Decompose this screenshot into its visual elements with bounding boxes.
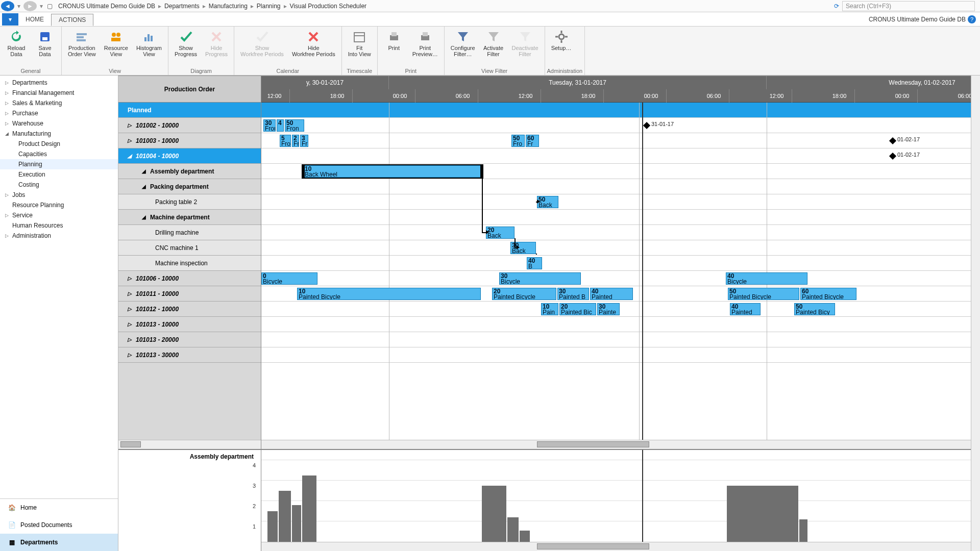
gantt-row-2[interactable]: ▷101003 - 10000	[118, 133, 261, 148]
task-bar[interactable]: 40Painted	[730, 303, 761, 315]
vertical-scrollbar[interactable]	[971, 76, 980, 551]
task-bar[interactable]: 2Fr	[292, 135, 299, 147]
nav-fwd-dd[interactable]: ▾	[38, 3, 45, 10]
task-bar[interactable]: 60Fr	[526, 135, 539, 147]
gantt-row-13[interactable]: ▷101012 - 10000	[118, 302, 261, 317]
histogram-view-button[interactable]: HistogramView	[132, 28, 166, 68]
gantt-row-8[interactable]: Drilling machine	[118, 225, 261, 240]
crumb-vps[interactable]: Visual Production Scheduler	[290, 3, 367, 10]
app-menu-button[interactable]: ▾	[2, 13, 18, 26]
task-bar[interactable]: 50Fron	[285, 119, 304, 132]
day-header: Tuesday, 31-01-2017	[389, 76, 767, 89]
reload-data-button[interactable]: ReloadData	[2, 28, 31, 68]
gantt-row-3[interactable]: ◢101004 - 10000	[118, 148, 261, 164]
task-bar[interactable]: 40Bicycle	[726, 272, 807, 285]
nav-administration[interactable]: ▷Administration	[0, 231, 118, 241]
nav-product-design[interactable]: Product Design	[0, 139, 118, 149]
gantt-row-5[interactable]: ◢Packing department	[118, 179, 261, 194]
task-bar[interactable]: 40B	[527, 257, 542, 269]
nav-costing[interactable]: Costing	[0, 180, 118, 190]
nav-financial-management[interactable]: ▷Financial Management	[0, 88, 118, 98]
gantt-row-10[interactable]: Machine inspection	[118, 256, 261, 271]
configure-filter-button[interactable]: ConfigureFilter…	[447, 28, 479, 68]
gantt-row-12[interactable]: ▷101011 - 10000	[118, 286, 261, 302]
resource-view-button[interactable]: ResourceView	[100, 28, 132, 68]
task-bar[interactable]: 20Painted Bic	[559, 303, 596, 315]
task-bar[interactable]: 0Bicycle	[261, 272, 317, 285]
gantt-row-0[interactable]: Planned	[118, 103, 261, 118]
nav-fwd-button[interactable]: ►	[23, 1, 37, 11]
task-bar[interactable]: 50Painted Bicy	[794, 303, 835, 315]
task-bar[interactable]: 20Painted Bicycle	[492, 288, 556, 300]
nav-execution[interactable]: Execution	[0, 169, 118, 180]
crumb-plan[interactable]: Planning	[257, 3, 281, 10]
task-bar[interactable]: 50Fro	[511, 135, 525, 147]
task-bar[interactable]: 10Painted Bicycle	[297, 288, 481, 300]
hide-workfree-button[interactable]: HideWorkfree Periods	[288, 28, 339, 68]
gantt-row-16[interactable]: ▷101013 - 30000	[118, 347, 261, 363]
resize-handle-left[interactable]	[302, 164, 305, 179]
hide-progress-button[interactable]: HideProgress	[201, 28, 232, 68]
nav-sales-marketing[interactable]: ▷Sales & Marketing	[0, 98, 118, 108]
nav-capacities[interactable]: Capacities	[0, 149, 118, 159]
gantt-row-9[interactable]: CNC machine 1	[118, 240, 261, 256]
fit-into-view-button[interactable]: FitInto View	[344, 28, 375, 68]
gantt-row-15[interactable]: ▷101013 - 20000	[118, 332, 261, 347]
show-workfree-button[interactable]: ShowWorkfree Periods	[236, 28, 288, 68]
gantt-row-1[interactable]: ▷101002 - 10000	[118, 118, 261, 133]
print-button[interactable]: Print	[380, 28, 408, 68]
nav-back-dd[interactable]: ▾	[15, 3, 22, 10]
tab-actions[interactable]: ACTIONS	[51, 14, 93, 26]
crumb-root[interactable]: CRONUS Ultimate Demo Guide DB	[58, 3, 155, 10]
gantt-row-11[interactable]: ▷101006 - 10000	[118, 271, 261, 286]
nav-back-button[interactable]: ◄	[1, 1, 14, 11]
gantt-row-6[interactable]: Packing table 2	[118, 194, 261, 210]
task-bar[interactable]: 20Back	[486, 227, 514, 239]
hist-hscroll[interactable]	[261, 542, 980, 551]
task-bar[interactable]: 30Painte	[597, 303, 620, 315]
task-bar[interactable]: 50Back	[537, 196, 558, 208]
footer-posted[interactable]: 📄Posted Documents	[0, 516, 118, 534]
task-bar[interactable]: 4	[277, 119, 284, 132]
tab-home[interactable]: HOME	[18, 14, 51, 25]
task-bar[interactable]: 30Bicycle	[499, 272, 581, 285]
save-data-button[interactable]: SaveData	[31, 28, 59, 68]
rowcol-hscroll[interactable]	[118, 440, 261, 449]
task-bar[interactable]: 5Fro	[280, 135, 291, 147]
task-bar[interactable]: 10Pain	[541, 303, 558, 315]
task-bar[interactable]: 30Front	[263, 119, 276, 132]
nav-warehouse[interactable]: ▷Warehouse	[0, 118, 118, 129]
timeline-hscroll[interactable]	[261, 440, 980, 449]
print-preview-button[interactable]: PrintPreview…	[408, 28, 442, 68]
task-bar[interactable]: 60Painted Bicycle	[800, 288, 856, 300]
nav-manufacturing[interactable]: ◢Manufacturing	[0, 129, 118, 139]
crumb-mfg[interactable]: Manufacturing	[209, 3, 248, 10]
nav-human-resources[interactable]: Human Resources	[0, 220, 118, 231]
resize-handle-right[interactable]	[480, 164, 483, 179]
footer-departments[interactable]: ▦Departments	[0, 534, 118, 551]
nav-service[interactable]: ▷Service	[0, 210, 118, 220]
nav-resource-planning[interactable]: Resource Planning	[0, 200, 118, 210]
nav-purchase[interactable]: ▷Purchase	[0, 108, 118, 118]
task-bar[interactable]: 30Painted B	[557, 288, 589, 300]
task-bar[interactable]: 50Painted Bicycle	[728, 288, 799, 300]
refresh-icon[interactable]: ⟳	[831, 3, 842, 10]
task-bar[interactable]: 3Fr	[300, 135, 308, 147]
search-input[interactable]: Search (Ctrl+F3)	[842, 1, 975, 11]
deactivate-filter-button[interactable]: DeactivateFilter	[508, 28, 543, 68]
show-progress-button[interactable]: ShowProgress	[170, 28, 201, 68]
task-bar[interactable]: 40Painted Bicycle	[590, 288, 633, 300]
production-order-view-button[interactable]: ProductionOrder View	[64, 28, 100, 68]
crumb-dept[interactable]: Departments	[164, 3, 200, 10]
task-bar[interactable]: 10Back Wheel	[303, 165, 482, 178]
activate-filter-button[interactable]: ActivateFilter	[479, 28, 508, 68]
nav-planning[interactable]: Planning	[0, 159, 118, 169]
footer-home[interactable]: 🏠Home	[0, 499, 118, 516]
nav-jobs[interactable]: ▷Jobs	[0, 190, 118, 200]
gantt-row-4[interactable]: ◢Assembly department	[118, 164, 261, 179]
gantt-row-7[interactable]: ◢Machine department	[118, 210, 261, 225]
help-icon[interactable]: ?	[968, 15, 976, 23]
nav-departments[interactable]: ▷Departments	[0, 78, 118, 88]
gantt-row-14[interactable]: ▷101013 - 10000	[118, 317, 261, 332]
setup-button[interactable]: Setup…	[547, 28, 576, 68]
